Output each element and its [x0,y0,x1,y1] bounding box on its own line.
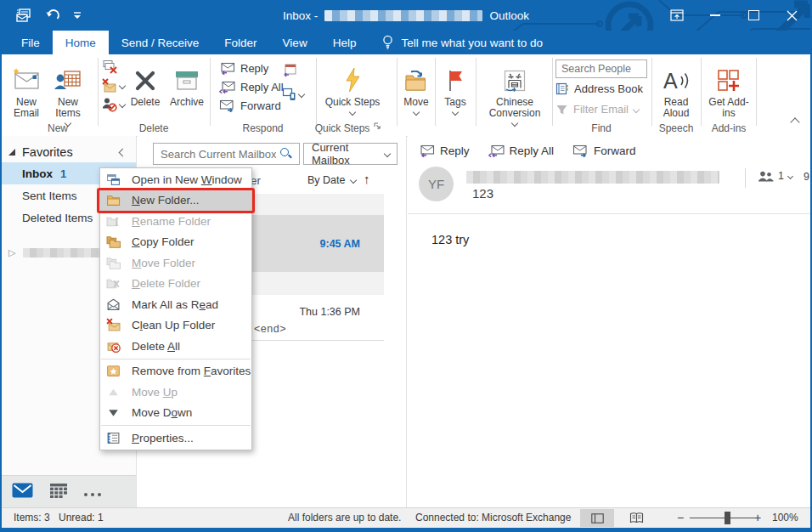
minimize-folder-pane-icon[interactable] [119,148,127,156]
status-items-count: Items: 3 [14,512,50,524]
filter-email-button[interactable]: Filter Email [555,103,639,116]
forward-button[interactable]: Forward [219,99,281,112]
remove-favorites-icon [106,364,121,378]
menu-item-copy-folder[interactable]: Copy Folder [100,232,251,253]
reply-button[interactable]: Reply [219,62,268,75]
sort-dropdown[interactable]: By Date [307,174,356,186]
meeting-button[interactable] [282,63,297,77]
search-people-input[interactable] [555,59,647,78]
message-subject: 123 [472,186,493,201]
quick-steps-label: Quick Steps [325,97,381,108]
zoom-out-button[interactable]: − [677,511,684,524]
address-book-button[interactable]: Address Book [555,82,643,95]
group-label-new: New [7,122,109,134]
menu-item-label: Properties... [132,432,194,444]
menu-item-move-folder[interactable]: Move Folder [100,252,251,274]
folder-unread-count: 1 [60,167,66,180]
reading-reply-button[interactable]: Reply [419,144,470,157]
header-divider [745,168,746,188]
junk-dropdown-chevron [119,101,126,108]
tags-button[interactable]: Tags [437,57,473,128]
collapse-ribbon-button[interactable] [792,114,798,129]
read-aloud-button[interactable]: A Read Aloud [654,57,698,128]
sort-direction-arrow[interactable]: ↑ [364,172,370,186]
zoom-in-button[interactable]: + [754,511,761,524]
archive-button[interactable]: Archive [166,57,208,128]
new-items-icon [54,60,82,93]
mail-nav-button[interactable] [12,483,33,501]
menu-item-move-down[interactable]: Move Down [100,403,251,424]
menu-item-move-up[interactable]: Move Up [100,382,251,403]
recipient-count-dropdown[interactable]: 1 [758,170,792,182]
normal-view-button[interactable] [580,509,614,527]
navigation-bar [2,475,136,508]
tab-file[interactable]: File [8,31,53,54]
delete-button[interactable]: Delete [126,57,165,128]
reading-reply-all-button[interactable]: Reply All [488,144,555,157]
ribbon-display-options-button[interactable] [667,4,687,26]
calendar-nav-button[interactable] [50,484,67,501]
mailbox-scope-dropdown[interactable]: Current Mailbox [303,143,398,165]
undo-icon[interactable] [45,8,60,22]
zoom-slider-track[interactable] [690,518,758,518]
menu-separator [101,359,251,359]
menu-item-remove-from-favorites[interactable]: Remove from Favorites [100,361,251,382]
customize-qat-icon[interactable] [73,10,82,20]
ignore-button[interactable] [102,59,117,74]
chinese-conversion-button[interactable]: Chinese Conversion [479,57,550,128]
reading-view-button[interactable] [619,509,653,527]
menu-item-clean-up-folder[interactable]: Clean Up Folder [100,315,251,337]
group-label-find: Find [554,122,649,134]
im-button[interactable] [282,87,304,101]
more-apps-button[interactable] [84,484,104,500]
quick-steps-dialog-launcher[interactable] [373,118,381,133]
reading-forward-button[interactable]: Forward [572,144,636,157]
menu-item-properties[interactable]: Properties... [100,427,251,449]
favorites-expand-triangle-icon[interactable] [8,149,15,156]
new-email-button[interactable]: New Email [7,57,46,128]
zoom-slider-handle[interactable] [725,512,730,524]
close-button[interactable] [781,4,802,26]
reply-all-label: Reply All [240,81,284,93]
cleanup-button[interactable] [102,78,125,93]
reply-all-button[interactable]: Reply All [219,81,284,93]
reading-forward-label: Forward [594,144,636,157]
menu-item-rename-folder[interactable]: Rename Folder [100,211,251,232]
tab-folder[interactable]: Folder [211,31,269,54]
tab-send-receive[interactable]: Send / Receive [109,31,212,54]
delete-label: Delete [131,97,161,108]
get-addins-button[interactable]: Get Add-ins [705,57,753,128]
menu-item-delete-folder[interactable]: Delete Folder [100,274,251,295]
menu-item-label: Delete All [132,340,180,353]
reply-label: Reply [240,62,268,75]
maximize-button[interactable] [743,4,764,26]
menu-item-mark-all-as-read[interactable]: Mark All as Read [100,294,251,315]
outlook-app-icon[interactable] [15,7,32,24]
tab-view[interactable]: View [270,31,320,54]
search-icon[interactable] [279,147,293,161]
menu-item-new-folder[interactable]: New Folder... [100,190,251,212]
zoom-level[interactable]: 100% [772,512,798,524]
reply-all-icon [219,81,235,93]
reply-all-icon [488,144,505,157]
recipient-count-chevron [787,173,793,178]
menu-item-label: Open in New Window [132,173,242,186]
menu-item-delete-all[interactable]: Delete All [100,336,251,357]
favorites-header[interactable]: Favorites [2,142,136,162]
search-input[interactable] [154,148,279,161]
tags-dropdown-chevron [452,109,459,116]
move-button[interactable]: Move [398,57,434,128]
new-items-button[interactable]: New Items [48,57,88,128]
minimize-button[interactable] [705,4,725,26]
tab-home[interactable]: Home [53,31,109,54]
calendar-icon [50,484,67,498]
tab-help[interactable]: Help [320,31,369,54]
search-box[interactable] [153,143,300,165]
junk-button[interactable] [102,97,125,112]
account-expand-triangle-icon[interactable]: ▷ [8,247,15,258]
forward-label: Forward [240,99,281,112]
tell-me-box[interactable]: Tell me what you want to do [382,31,543,54]
sender-avatar[interactable]: YF [419,167,454,201]
menu-item-open-in-new-window[interactable]: Open in New Window [100,169,251,190]
folder-context-menu: Open in New WindowNew Folder...Rename Fo… [99,167,252,450]
